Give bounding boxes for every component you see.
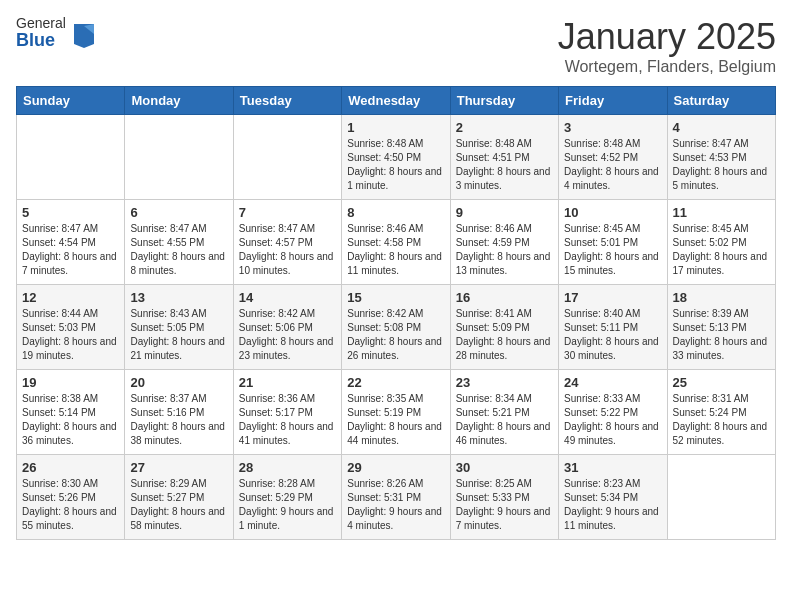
calendar-cell: 28Sunrise: 8:28 AM Sunset: 5:29 PM Dayli… — [233, 455, 341, 540]
logo-blue: Blue — [16, 31, 66, 51]
cell-info: Sunrise: 8:35 AM Sunset: 5:19 PM Dayligh… — [347, 392, 444, 448]
col-header-sunday: Sunday — [17, 87, 125, 115]
cell-info: Sunrise: 8:45 AM Sunset: 5:02 PM Dayligh… — [673, 222, 770, 278]
calendar-week-2: 5Sunrise: 8:47 AM Sunset: 4:54 PM Daylig… — [17, 200, 776, 285]
cell-info: Sunrise: 8:42 AM Sunset: 5:06 PM Dayligh… — [239, 307, 336, 363]
calendar-cell: 18Sunrise: 8:39 AM Sunset: 5:13 PM Dayli… — [667, 285, 775, 370]
day-number: 22 — [347, 375, 444, 390]
day-number: 31 — [564, 460, 661, 475]
calendar-cell: 4Sunrise: 8:47 AM Sunset: 4:53 PM Daylig… — [667, 115, 775, 200]
calendar-cell: 22Sunrise: 8:35 AM Sunset: 5:19 PM Dayli… — [342, 370, 450, 455]
cell-info: Sunrise: 8:41 AM Sunset: 5:09 PM Dayligh… — [456, 307, 553, 363]
day-number: 27 — [130, 460, 227, 475]
day-number: 20 — [130, 375, 227, 390]
calendar-week-3: 12Sunrise: 8:44 AM Sunset: 5:03 PM Dayli… — [17, 285, 776, 370]
cell-info: Sunrise: 8:46 AM Sunset: 4:58 PM Dayligh… — [347, 222, 444, 278]
cell-info: Sunrise: 8:47 AM Sunset: 4:57 PM Dayligh… — [239, 222, 336, 278]
calendar-week-1: 1Sunrise: 8:48 AM Sunset: 4:50 PM Daylig… — [17, 115, 776, 200]
day-number: 28 — [239, 460, 336, 475]
cell-info: Sunrise: 8:25 AM Sunset: 5:33 PM Dayligh… — [456, 477, 553, 533]
day-number: 12 — [22, 290, 119, 305]
day-number: 26 — [22, 460, 119, 475]
day-number: 10 — [564, 205, 661, 220]
calendar-cell: 2Sunrise: 8:48 AM Sunset: 4:51 PM Daylig… — [450, 115, 558, 200]
cell-info: Sunrise: 8:44 AM Sunset: 5:03 PM Dayligh… — [22, 307, 119, 363]
calendar-cell: 11Sunrise: 8:45 AM Sunset: 5:02 PM Dayli… — [667, 200, 775, 285]
day-number: 1 — [347, 120, 444, 135]
day-number: 4 — [673, 120, 770, 135]
cell-info: Sunrise: 8:47 AM Sunset: 4:54 PM Dayligh… — [22, 222, 119, 278]
calendar-cell: 17Sunrise: 8:40 AM Sunset: 5:11 PM Dayli… — [559, 285, 667, 370]
calendar-cell: 8Sunrise: 8:46 AM Sunset: 4:58 PM Daylig… — [342, 200, 450, 285]
calendar-cell: 25Sunrise: 8:31 AM Sunset: 5:24 PM Dayli… — [667, 370, 775, 455]
cell-info: Sunrise: 8:36 AM Sunset: 5:17 PM Dayligh… — [239, 392, 336, 448]
calendar-cell — [17, 115, 125, 200]
cell-info: Sunrise: 8:43 AM Sunset: 5:05 PM Dayligh… — [130, 307, 227, 363]
calendar-cell: 16Sunrise: 8:41 AM Sunset: 5:09 PM Dayli… — [450, 285, 558, 370]
day-number: 6 — [130, 205, 227, 220]
calendar-title: January 2025 — [558, 16, 776, 58]
day-number: 3 — [564, 120, 661, 135]
cell-info: Sunrise: 8:39 AM Sunset: 5:13 PM Dayligh… — [673, 307, 770, 363]
day-number: 2 — [456, 120, 553, 135]
cell-info: Sunrise: 8:48 AM Sunset: 4:52 PM Dayligh… — [564, 137, 661, 193]
logo: General Blue — [16, 16, 96, 51]
cell-info: Sunrise: 8:23 AM Sunset: 5:34 PM Dayligh… — [564, 477, 661, 533]
title-block: January 2025 Wortegem, Flanders, Belgium — [558, 16, 776, 76]
calendar-cell: 7Sunrise: 8:47 AM Sunset: 4:57 PM Daylig… — [233, 200, 341, 285]
col-header-saturday: Saturday — [667, 87, 775, 115]
calendar-cell: 20Sunrise: 8:37 AM Sunset: 5:16 PM Dayli… — [125, 370, 233, 455]
cell-info: Sunrise: 8:46 AM Sunset: 4:59 PM Dayligh… — [456, 222, 553, 278]
calendar-cell: 31Sunrise: 8:23 AM Sunset: 5:34 PM Dayli… — [559, 455, 667, 540]
day-number: 25 — [673, 375, 770, 390]
day-number: 11 — [673, 205, 770, 220]
calendar-cell — [125, 115, 233, 200]
day-number: 30 — [456, 460, 553, 475]
day-number: 17 — [564, 290, 661, 305]
calendar-cell: 9Sunrise: 8:46 AM Sunset: 4:59 PM Daylig… — [450, 200, 558, 285]
calendar-cell: 19Sunrise: 8:38 AM Sunset: 5:14 PM Dayli… — [17, 370, 125, 455]
cell-info: Sunrise: 8:48 AM Sunset: 4:50 PM Dayligh… — [347, 137, 444, 193]
calendar-cell: 10Sunrise: 8:45 AM Sunset: 5:01 PM Dayli… — [559, 200, 667, 285]
page-header: General Blue January 2025 Wortegem, Flan… — [16, 16, 776, 76]
cell-info: Sunrise: 8:47 AM Sunset: 4:55 PM Dayligh… — [130, 222, 227, 278]
day-number: 5 — [22, 205, 119, 220]
calendar-week-5: 26Sunrise: 8:30 AM Sunset: 5:26 PM Dayli… — [17, 455, 776, 540]
col-header-friday: Friday — [559, 87, 667, 115]
calendar-cell: 29Sunrise: 8:26 AM Sunset: 5:31 PM Dayli… — [342, 455, 450, 540]
calendar-cell: 1Sunrise: 8:48 AM Sunset: 4:50 PM Daylig… — [342, 115, 450, 200]
day-number: 9 — [456, 205, 553, 220]
day-number: 21 — [239, 375, 336, 390]
cell-info: Sunrise: 8:28 AM Sunset: 5:29 PM Dayligh… — [239, 477, 336, 533]
col-header-tuesday: Tuesday — [233, 87, 341, 115]
calendar-cell: 15Sunrise: 8:42 AM Sunset: 5:08 PM Dayli… — [342, 285, 450, 370]
calendar-cell — [667, 455, 775, 540]
day-number: 14 — [239, 290, 336, 305]
cell-info: Sunrise: 8:45 AM Sunset: 5:01 PM Dayligh… — [564, 222, 661, 278]
day-number: 16 — [456, 290, 553, 305]
day-number: 19 — [22, 375, 119, 390]
col-header-monday: Monday — [125, 87, 233, 115]
calendar-subtitle: Wortegem, Flanders, Belgium — [558, 58, 776, 76]
calendar-cell — [233, 115, 341, 200]
day-number: 7 — [239, 205, 336, 220]
calendar-cell: 13Sunrise: 8:43 AM Sunset: 5:05 PM Dayli… — [125, 285, 233, 370]
calendar-cell: 23Sunrise: 8:34 AM Sunset: 5:21 PM Dayli… — [450, 370, 558, 455]
cell-info: Sunrise: 8:38 AM Sunset: 5:14 PM Dayligh… — [22, 392, 119, 448]
calendar-cell: 30Sunrise: 8:25 AM Sunset: 5:33 PM Dayli… — [450, 455, 558, 540]
logo-icon — [72, 20, 96, 48]
day-number: 24 — [564, 375, 661, 390]
cell-info: Sunrise: 8:47 AM Sunset: 4:53 PM Dayligh… — [673, 137, 770, 193]
day-number: 15 — [347, 290, 444, 305]
calendar-cell: 3Sunrise: 8:48 AM Sunset: 4:52 PM Daylig… — [559, 115, 667, 200]
calendar-cell: 24Sunrise: 8:33 AM Sunset: 5:22 PM Dayli… — [559, 370, 667, 455]
logo-general: General — [16, 16, 66, 31]
cell-info: Sunrise: 8:40 AM Sunset: 5:11 PM Dayligh… — [564, 307, 661, 363]
calendar-table: SundayMondayTuesdayWednesdayThursdayFrid… — [16, 86, 776, 540]
calendar-cell: 5Sunrise: 8:47 AM Sunset: 4:54 PM Daylig… — [17, 200, 125, 285]
day-number: 29 — [347, 460, 444, 475]
day-number: 18 — [673, 290, 770, 305]
cell-info: Sunrise: 8:31 AM Sunset: 5:24 PM Dayligh… — [673, 392, 770, 448]
cell-info: Sunrise: 8:26 AM Sunset: 5:31 PM Dayligh… — [347, 477, 444, 533]
calendar-cell: 26Sunrise: 8:30 AM Sunset: 5:26 PM Dayli… — [17, 455, 125, 540]
